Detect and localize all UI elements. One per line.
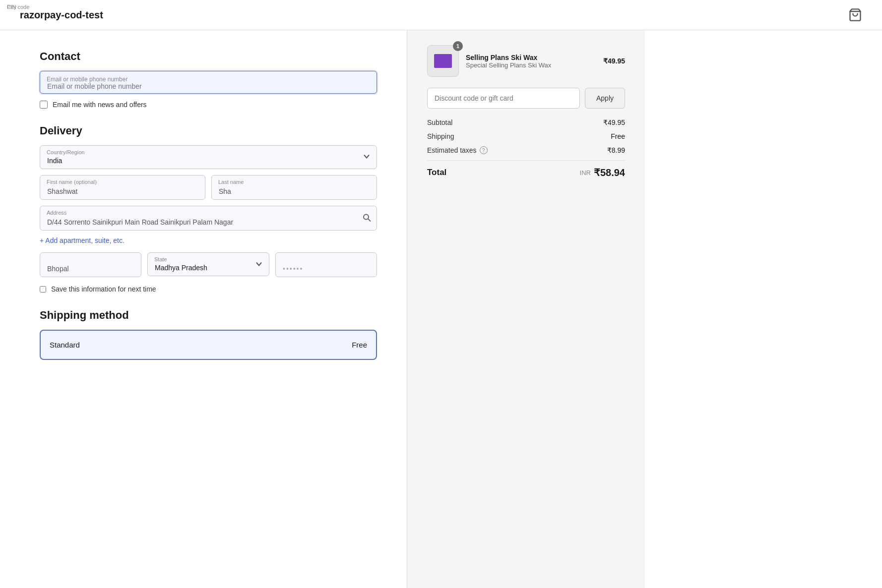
newsletter-label: Email me with news and offers (53, 101, 147, 109)
subtotal-label: Subtotal (427, 118, 452, 126)
delivery-heading: Delivery (40, 124, 377, 137)
product-price: ₹49.95 (603, 57, 625, 65)
product-name: Selling Plans Ski Wax (466, 54, 596, 61)
product-quantity-badge: 1 (453, 41, 463, 51)
apply-button[interactable]: Apply (585, 88, 625, 109)
svg-point-1 (364, 215, 369, 220)
address-field-wrap: Address (40, 206, 377, 231)
shipping-label: Shipping (427, 132, 454, 140)
address-input[interactable] (40, 206, 377, 231)
delivery-section: Delivery Country/Region India First name… (40, 124, 377, 293)
city-input[interactable] (40, 252, 141, 277)
product-row: 1 Selling Plans Ski Wax Special Selling … (427, 45, 625, 77)
subtotal-value: ₹49.95 (603, 118, 625, 126)
shipping-method-section: Shipping method Standard Free (40, 309, 377, 360)
store-title: razorpay-cod-test (20, 9, 103, 21)
total-value-wrap: INR ₹58.94 (580, 167, 625, 178)
pin-input[interactable] (275, 252, 377, 277)
product-image (427, 45, 459, 77)
newsletter-row: Email me with news and offers (40, 101, 377, 109)
product-info: Selling Plans Ski Wax Special Selling Pl… (466, 54, 596, 69)
country-select-wrapper: Country/Region India (40, 145, 377, 169)
shipping-row: Shipping Free (427, 132, 625, 140)
discount-row: Apply (427, 88, 625, 109)
email-input[interactable] (40, 71, 377, 94)
newsletter-checkbox[interactable] (40, 101, 48, 109)
total-currency: INR (580, 169, 591, 176)
state-field-wrap: State Madhya Pradesh (147, 252, 269, 277)
product-variant: Special Selling Plans Ski Wax (466, 61, 596, 69)
order-summary-panel: 1 Selling Plans Ski Wax Special Selling … (407, 30, 645, 588)
cart-button[interactable] (848, 8, 862, 22)
first-name-input[interactable] (40, 175, 205, 200)
first-name-field-wrap: First name (optional) (40, 175, 205, 200)
name-row: First name (optional) Last name (40, 175, 377, 200)
shipping-value: Free (611, 132, 625, 140)
shipping-method-name: Standard (50, 341, 80, 349)
cart-icon (848, 8, 862, 22)
summary-divider (427, 160, 625, 161)
taxes-info-icon[interactable]: ? (480, 146, 488, 154)
shipping-heading: Shipping method (40, 309, 377, 322)
taxes-value: ₹8.99 (607, 146, 625, 154)
search-icon (362, 213, 371, 222)
email-input-wrapper: Email or mobile phone number (40, 71, 377, 94)
last-name-input[interactable] (211, 175, 377, 200)
product-image-wrap: 1 (427, 45, 459, 77)
taxes-label-wrap: Estimated taxes ? (427, 146, 488, 154)
shipping-method-box[interactable]: Standard Free (40, 330, 377, 360)
shipping-method-price: Free (352, 341, 367, 349)
pin-field-wrap: PIN code (275, 252, 377, 277)
address-search-button[interactable] (362, 213, 371, 224)
main-layout: Contact Email or mobile phone number Ema… (0, 30, 882, 588)
save-info-label: Save this information for next time (51, 285, 156, 293)
add-apartment-link[interactable]: + Add apartment, suite, etc. (40, 236, 125, 244)
taxes-row: Estimated taxes ? ₹8.99 (427, 146, 625, 154)
contact-heading: Contact (40, 50, 377, 63)
city-state-pin-row: City State Madhya Pradesh PIN code (40, 252, 377, 277)
save-info-checkbox[interactable] (40, 286, 46, 293)
last-name-field-wrap: Last name (211, 175, 377, 200)
contact-section: Contact Email or mobile phone number Ema… (40, 50, 377, 109)
left-panel: Contact Email or mobile phone number Ema… (0, 30, 407, 588)
state-select[interactable]: Madhya Pradesh (147, 252, 269, 276)
page-header: razorpay-cod-test (0, 0, 882, 30)
product-thumbnail (434, 54, 452, 68)
save-info-row: Save this information for next time (40, 285, 377, 293)
total-value: ₹58.94 (594, 167, 625, 178)
taxes-label: Estimated taxes (427, 146, 477, 154)
total-row: Total INR ₹58.94 (427, 167, 625, 178)
total-label: Total (427, 168, 446, 177)
country-select[interactable]: India (40, 145, 377, 169)
subtotal-row: Subtotal ₹49.95 (427, 118, 625, 126)
discount-input[interactable] (427, 88, 580, 109)
city-field-wrap: City (40, 252, 141, 277)
svg-line-2 (368, 219, 371, 222)
